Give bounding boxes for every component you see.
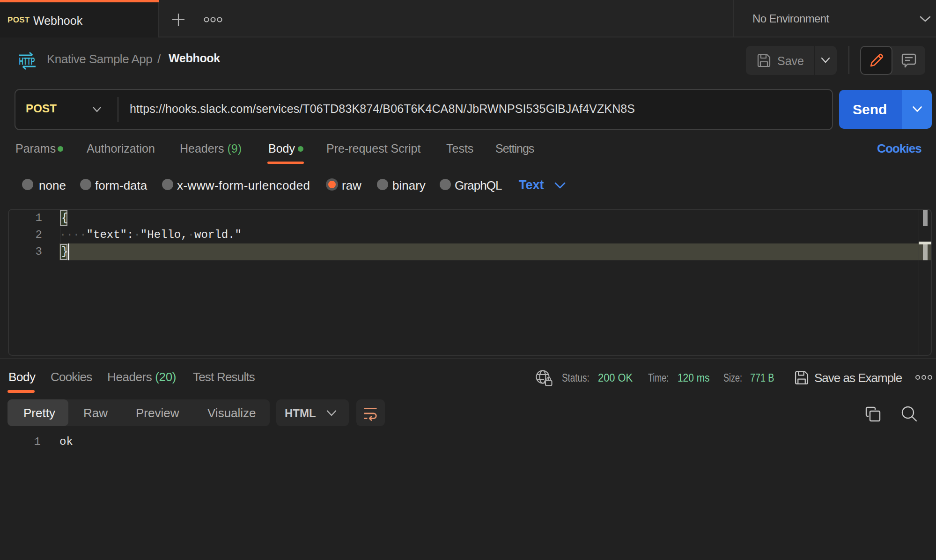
svg-text:HTTP: HTTP (19, 55, 35, 67)
